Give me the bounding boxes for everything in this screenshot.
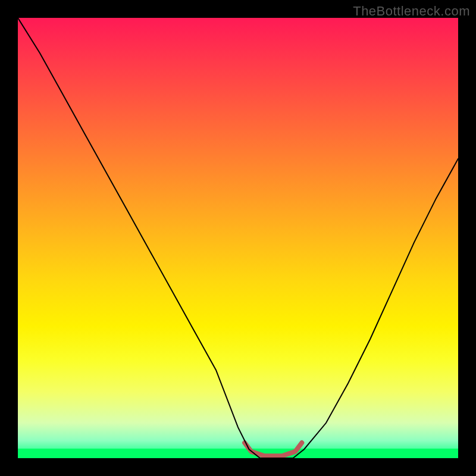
bottleneck-curve-path xyxy=(18,18,458,458)
trough-highlight-path xyxy=(245,443,302,456)
chart-frame: TheBottleneck.com xyxy=(0,0,476,476)
curve-layer xyxy=(18,18,458,458)
watermark-text: TheBottleneck.com xyxy=(353,4,470,19)
plot-area xyxy=(18,18,458,458)
